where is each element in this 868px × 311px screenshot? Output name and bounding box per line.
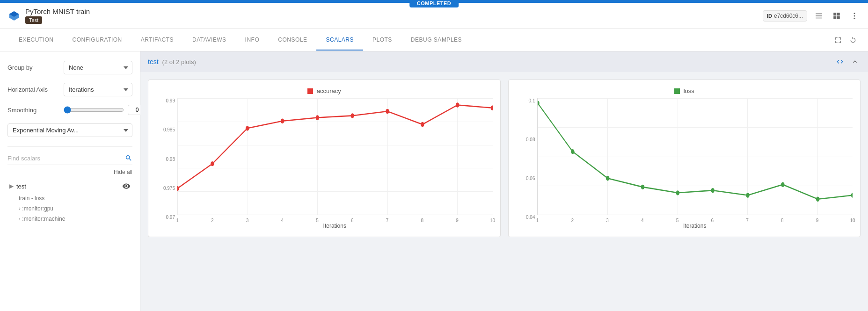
svg-rect-3: [833, 13, 836, 15]
slider-container: [64, 105, 146, 115]
svg-rect-4: [837, 13, 840, 15]
svg-point-17: [421, 122, 424, 127]
loss-x-label: Iterations: [537, 223, 853, 229]
search-icon: [125, 154, 132, 162]
section-title: test: [148, 58, 159, 65]
group-by-label: Group by: [7, 64, 59, 71]
chevron-down-icon: ▶: [9, 183, 14, 189]
accuracy-y-axis: 0.99 0.985 0.98 0.975 0.97: [156, 98, 177, 220]
accuracy-legend: accuracy: [156, 87, 493, 94]
tab-plots[interactable]: PLOTS: [363, 30, 401, 51]
tab-artifacts[interactable]: ARTIFACTS: [131, 30, 183, 51]
svg-rect-5: [833, 16, 836, 19]
svg-point-16: [386, 109, 389, 114]
fullscreen-icon-btn[interactable]: [832, 35, 844, 46]
loss-legend: loss: [516, 87, 853, 94]
svg-point-25: [711, 188, 714, 193]
refresh-icon-btn[interactable]: [847, 35, 859, 46]
completed-badge: COMPLETED: [409, 0, 459, 7]
loss-y-axis: 0.1 0.08 0.06 0.04: [516, 98, 537, 220]
svg-point-29: [851, 193, 853, 197]
svg-rect-0: [816, 13, 822, 14]
accuracy-x-label: Iterations: [177, 223, 493, 229]
loss-chart: loss 0.1 0.08 0.06 0.04: [508, 80, 861, 237]
horizontal-axis-select[interactable]: Iterations: [64, 83, 132, 96]
app-icon: [7, 9, 21, 22]
search-input[interactable]: [7, 155, 125, 162]
nav-tabs: EXECUTION CONFIGURATION ARTIFACTS DATAVI…: [0, 29, 868, 51]
code-icon-btn[interactable]: [834, 56, 846, 67]
tree-item-monitor-machine[interactable]: › :monitor:machine: [7, 214, 132, 224]
tab-debug-samples[interactable]: DEBUG SAMPLES: [401, 30, 471, 51]
search-row: [7, 154, 132, 165]
svg-point-23: [641, 185, 644, 189]
hide-all-row: Hide all: [7, 169, 132, 175]
loss-plot: 1 2 3 4 5 6 7 8 9 10: [537, 98, 853, 215]
svg-point-22: [605, 176, 609, 181]
header-right: ID e7cd60c6...: [763, 10, 861, 22]
eye-icon: [122, 182, 131, 190]
section-subtitle: (2 of 2 plots): [162, 58, 196, 65]
svg-rect-6: [837, 16, 840, 19]
accuracy-legend-label: accuracy: [317, 87, 341, 94]
svg-point-27: [781, 182, 784, 187]
svg-point-14: [316, 115, 319, 120]
charts-area: test (2 of 2 plots) accuracy: [140, 51, 868, 311]
svg-point-21: [571, 149, 574, 154]
tab-configuration[interactable]: CONFIGURATION: [63, 30, 131, 51]
sidebar-divider: [7, 146, 132, 147]
smoothing-label: Smoothing: [7, 107, 59, 114]
exp-moving-select[interactable]: Exponential Moving Av...: [7, 123, 132, 137]
tree-subheader-train: train - loss: [7, 193, 132, 203]
tab-scalars[interactable]: SCALARS: [316, 30, 363, 51]
svg-point-11: [211, 161, 214, 166]
hide-all-button[interactable]: Hide all: [114, 169, 132, 175]
id-chip: ID e7cd60c6...: [763, 10, 807, 22]
svg-point-9: [854, 17, 855, 19]
tree-item-monitor-gpu[interactable]: › :monitor:gpu: [7, 203, 132, 214]
loss-chart-container: 0.1 0.08 0.06 0.04: [516, 98, 853, 229]
svg-rect-2: [816, 17, 822, 18]
main-content: Group by None Horizontal Axis Iterations…: [0, 51, 868, 311]
svg-point-13: [281, 119, 284, 123]
nav-right-icons: [832, 35, 859, 46]
svg-point-8: [854, 15, 855, 16]
tag-badge: Test: [25, 16, 42, 24]
svg-rect-1: [816, 15, 822, 16]
tab-console[interactable]: CONSOLE: [269, 30, 316, 51]
accuracy-chart: accuracy 0.99 0.985 0.98 0.975 0.97: [148, 80, 501, 237]
chevron-right-icon-2: ›: [19, 216, 21, 222]
tab-execution[interactable]: EXECUTION: [9, 30, 63, 51]
accuracy-legend-color: [307, 88, 313, 94]
group-by-row: Group by None: [7, 61, 132, 74]
tab-info[interactable]: INFO: [236, 30, 269, 51]
collapse-icon-btn[interactable]: [849, 56, 861, 67]
accuracy-chart-container: 0.99 0.985 0.98 0.975 0.97: [156, 98, 493, 229]
charts-grid: accuracy 0.99 0.985 0.98 0.975 0.97: [140, 72, 868, 245]
tree-item-test[interactable]: ▶ test: [7, 179, 132, 193]
app-title: PyTorch MNIST train Test: [25, 7, 90, 24]
svg-point-26: [746, 193, 749, 197]
list-icon-btn[interactable]: [813, 10, 825, 22]
smoothing-slider[interactable]: [64, 106, 124, 114]
svg-point-18: [456, 102, 459, 107]
section-header: test (2 of 2 plots): [140, 51, 868, 72]
header-left: PyTorch MNIST train Test: [7, 7, 763, 24]
svg-point-19: [491, 106, 493, 110]
exp-moving-row: Exponential Moving Av...: [7, 123, 132, 137]
layout-icon-btn[interactable]: [831, 10, 843, 22]
accuracy-plot: 1 2 3 4 5 6 7 8 9 10: [177, 98, 493, 215]
svg-point-28: [816, 197, 819, 202]
tree-item-test-label: test: [16, 183, 119, 190]
tab-dataviews[interactable]: DATAVIEWS: [183, 30, 236, 51]
menu-icon-btn[interactable]: [848, 10, 861, 22]
chevron-right-icon: ›: [19, 205, 21, 212]
section-actions: [834, 56, 861, 67]
svg-point-15: [350, 113, 354, 118]
svg-point-7: [854, 13, 855, 14]
horizontal-axis-row: Horizontal Axis Iterations: [7, 83, 132, 96]
group-by-select[interactable]: None: [64, 61, 132, 74]
horizontal-axis-label: Horizontal Axis: [7, 86, 59, 93]
svg-point-24: [676, 190, 679, 195]
sidebar: Group by None Horizontal Axis Iterations…: [0, 51, 140, 311]
